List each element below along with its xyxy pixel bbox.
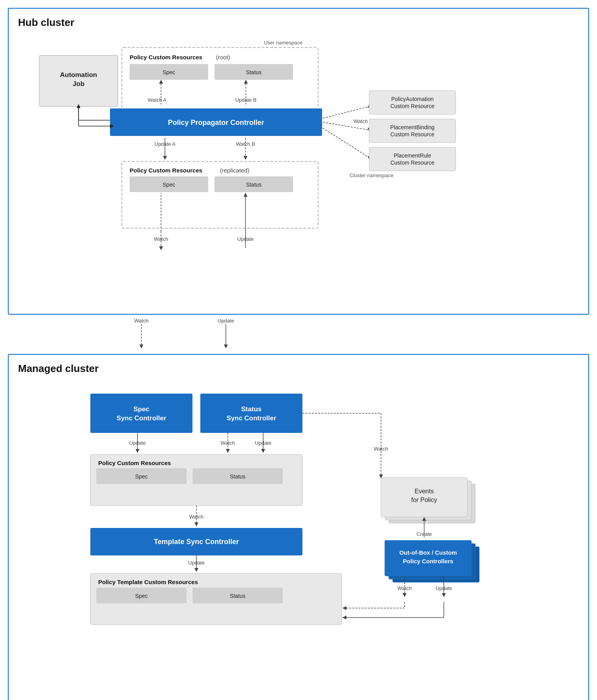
hub-diagram: Automation Job User namespace Policy Cus… [18, 36, 579, 303]
svg-text:(root): (root) [216, 54, 230, 60]
svg-text:Update: Update [218, 318, 234, 324]
pcr-root-title: Policy Custom Resources [130, 54, 202, 60]
page-wrapper: Hub cluster Automation Job User namespac… [8, 8, 589, 700]
policy-template-cr-title: Policy Template Custom Resources [98, 579, 198, 585]
svg-marker-55 [136, 449, 139, 453]
svg-rect-35 [369, 147, 456, 171]
svg-rect-31 [369, 91, 456, 114]
managed-diagram: Spec Sync Controller Status Sync Control… [18, 382, 579, 700]
svg-text:Custom Resource: Custom Resource [390, 159, 434, 166]
hub-cluster-title: Hub cluster [18, 16, 579, 29]
pcr-rep-spec: Spec [163, 181, 175, 188]
events-for-policy-text: Events [415, 488, 434, 495]
inter-cluster-gap: Watch Update [8, 315, 589, 354]
managed-pcr-status: Status [230, 473, 245, 480]
managed-cluster-title: Managed cluster [18, 363, 579, 375]
spec-sync-text: Spec [134, 405, 150, 413]
svg-marker-95 [442, 593, 446, 597]
cluster-namespace-label: Cluster namespace [350, 172, 394, 178]
managed-pcr-title: Policy Custom Resources [98, 460, 171, 466]
svg-marker-48 [224, 345, 228, 348]
automation-job-text: Automation [60, 71, 97, 79]
svg-rect-33 [369, 119, 456, 143]
placement-binding-cr: PlacementBinding [390, 124, 435, 130]
pcr-root-spec: Spec [163, 69, 175, 75]
status-sync-text: Status [241, 405, 262, 413]
hub-cluster: Hub cluster Automation Job User namespac… [8, 8, 589, 315]
pcr-rep-status: Status [246, 181, 262, 188]
placement-rule-cr: PlacementRule [394, 152, 431, 159]
svg-marker-9 [244, 80, 248, 84]
svg-marker-45 [139, 345, 143, 348]
user-namespace-label: User namespace [264, 40, 302, 46]
svg-marker-67 [194, 522, 198, 526]
svg-marker-38 [159, 246, 163, 250]
out-of-box-text: Out-of-Box / Custom [399, 549, 457, 556]
svg-text:Job: Job [73, 80, 84, 88]
svg-marker-98 [342, 606, 346, 610]
svg-marker-93 [403, 593, 407, 597]
svg-text:Sync Controller: Sync Controller [227, 414, 277, 422]
policy-template-spec: Spec [135, 593, 148, 599]
svg-text:Watch: Watch [134, 318, 148, 324]
svg-text:for Policy: for Policy [411, 497, 437, 503]
svg-marker-12 [163, 156, 167, 160]
svg-rect-49 [90, 394, 192, 433]
svg-marker-71 [194, 568, 198, 572]
svg-text:Custom Resource: Custom Resource [390, 131, 434, 137]
policy-propagator-text: Policy Propagator Controller [168, 119, 264, 126]
svg-line-29 [323, 128, 369, 158]
pcr-root-status: Status [246, 69, 262, 75]
managed-cluster: Managed cluster Spec Sync Controller Sta… [8, 354, 589, 700]
svg-text:Sync Controller: Sync Controller [117, 414, 167, 422]
svg-marker-14 [244, 156, 247, 160]
watch-a-label: Watch A [148, 97, 167, 103]
svg-marker-101 [342, 616, 346, 619]
pcr-replicated-title: Policy Custom Resources [130, 167, 202, 174]
svg-text:Watch: Watch [374, 446, 388, 452]
policy-automation-cr: PolicyAutomation [391, 96, 434, 102]
svg-marker-61 [261, 449, 265, 453]
svg-marker-58 [226, 449, 230, 453]
managed-pcr-spec: Spec [135, 473, 148, 480]
svg-text:Custom Resource: Custom Resource [390, 103, 434, 109]
svg-rect-51 [200, 394, 302, 433]
template-sync-text: Template Sync Controller [154, 538, 239, 546]
svg-text:Policy Controllers: Policy Controllers [403, 558, 453, 564]
policy-template-status: Status [230, 593, 245, 599]
inter-cluster-arrows: Watch Update [8, 315, 550, 354]
svg-line-25 [323, 106, 369, 118]
svg-marker-7 [159, 80, 163, 84]
svg-text:(replicated): (replicated) [220, 167, 249, 174]
